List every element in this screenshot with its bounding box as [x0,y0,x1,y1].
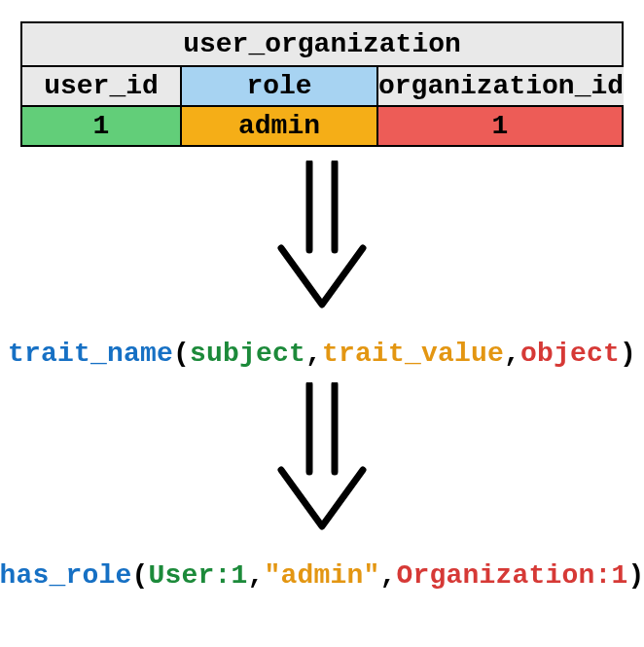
paren-close: ) [628,560,644,591]
table-header-row: user_id role organization_id [22,67,622,107]
cell-role: admin [182,107,378,145]
func-name: trait_name [8,339,173,369]
arg-organization: Organization:1 [397,560,628,591]
arg-object: object [520,339,620,369]
func-name: has_role [0,560,131,591]
table-title: user_organization [22,23,622,67]
arg-trait-value: trait_value [322,339,504,369]
paren-close: ) [620,339,636,369]
paren-open: ( [131,560,148,591]
paren-open: ( [173,339,190,369]
table-data-row: 1 admin 1 [22,107,622,145]
expression-instance: has_role(User:1,"admin",Organization:1) [0,560,644,591]
arrow-down-icon [264,161,380,321]
comma: , [305,339,322,369]
header-user-id: user_id [22,67,182,105]
comma: , [380,560,397,591]
arg-admin: "admin" [265,560,380,591]
comma: , [247,560,264,591]
table-user-organization: user_organization user_id role organizat… [20,21,624,147]
comma: , [504,339,520,369]
arg-user: User:1 [148,560,247,591]
cell-user-id: 1 [22,107,182,145]
cell-organization-id: 1 [378,107,622,145]
expression-template: trait_name(subject,trait_value,object) [8,339,636,369]
header-organization-id: organization_id [378,67,624,105]
arrow-down-icon [264,382,380,543]
header-role: role [182,67,378,105]
arg-subject: subject [190,339,305,369]
